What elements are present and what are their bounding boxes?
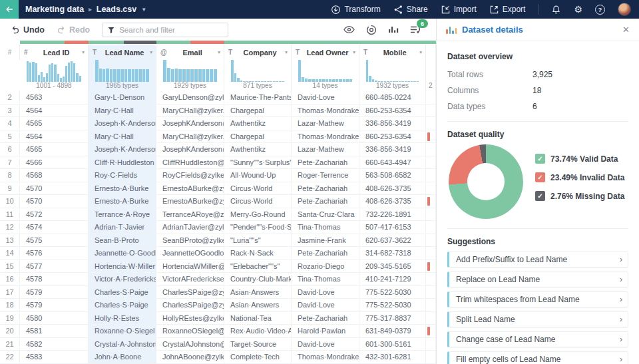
table-cell[interactable]: 775-522-5030 <box>359 286 426 299</box>
table-cell[interactable]: 4579 <box>20 286 89 299</box>
table-cell[interactable]: 4583 <box>20 351 89 363</box>
table-cell[interactable]: Rex·Audio·Video·Ap... <box>224 325 292 337</box>
table-cell[interactable]: Complete·Tech <box>224 351 292 363</box>
table-cell[interactable]: Country·Club·Marke... <box>224 273 292 285</box>
table-cell[interactable]: 4580 <box>20 312 89 325</box>
table-cell[interactable]: 4565 <box>20 143 89 156</box>
table-row[interactable]: 84568Roy·C·FieldsRoyCFields@zylker.c...A… <box>0 169 436 182</box>
table-cell[interactable]: 601-300-5161 <box>359 338 426 351</box>
table-cell[interactable]: Chargepal <box>224 130 292 143</box>
table-row[interactable]: 44565Joseph·K·AndersonJosephKAnderson@..… <box>0 117 436 130</box>
table-cell[interactable]: AdrianTJavier@zylke... <box>156 221 224 234</box>
table-cell[interactable]: Asian·Answers <box>224 286 292 299</box>
quality-legend-item[interactable]: ✓2.76% Missing Data <box>535 191 624 201</box>
column-menu-icon[interactable]: ▾ <box>419 49 422 55</box>
table-cell[interactable]: "Erlebacher""s" <box>224 260 292 273</box>
column-menu-icon[interactable]: ▾ <box>285 49 288 55</box>
table-cell[interactable]: 4570 <box>20 195 89 208</box>
table-cell[interactable]: Victor·A·Fredericksen <box>89 273 156 285</box>
help-button[interactable]: ? <box>595 5 605 15</box>
table-cell[interactable]: MaryCHall@zylker.c... <box>156 130 224 143</box>
table-cell[interactable]: Lazar·Mathew <box>292 143 359 156</box>
table-cell[interactable]: MaryCHall@zylker.c... <box>156 104 224 117</box>
table-cell[interactable]: John·A·Boone <box>89 351 156 363</box>
column-histogram[interactable]: 14 types <box>292 60 359 91</box>
table-cell[interactable]: Thomas·Mondrake <box>292 130 359 143</box>
table-cell[interactable]: "Pender""s·Food·St... <box>224 221 292 234</box>
table-cell[interactable]: Hortencia·W·Miller <box>89 260 156 273</box>
import-button[interactable]: Import <box>441 5 477 15</box>
table-row[interactable]: 124574Adrian·T·JavierAdrianTJavier@zylke… <box>0 221 436 234</box>
table-row[interactable]: 104570Ernesto·A·BurkeErnestoABurke@zyl..… <box>0 195 436 208</box>
suggestion-card[interactable]: Trim whitespaces from Lead Name› <box>447 291 628 307</box>
redo-button[interactable]: Redo <box>57 25 90 35</box>
table-row[interactable]: 224583John·A·BooneJohnABoone@zylker....C… <box>0 351 436 364</box>
column-histogram[interactable]: 1965 types <box>89 60 156 91</box>
checkbox-checked-icon[interactable]: ✓ <box>535 191 545 201</box>
table-cell[interactable]: Mary·C·Hall <box>89 104 156 117</box>
table-cell[interactable]: 4564 <box>20 104 89 117</box>
table-cell[interactable]: RoxanneOSiegel@zyl... <box>156 325 224 337</box>
table-cell[interactable]: David·Love <box>292 286 359 299</box>
table-cell[interactable]: Joseph·K·Anderson <box>89 143 156 156</box>
breadcrumb-file[interactable]: Leads.csv <box>97 5 136 14</box>
table-cell[interactable]: Harold·Pawlan <box>292 325 359 337</box>
table-cell[interactable]: Roger·Terrence <box>292 169 359 182</box>
table-cell[interactable]: 620-637-3622 <box>359 234 426 247</box>
table-cell[interactable]: Chargepal <box>224 104 292 117</box>
quality-legend-item[interactable]: ✓73.74% Valid Data <box>535 154 624 164</box>
column-header-lead-owner[interactable]: TLead Owner▾ <box>292 45 359 60</box>
table-cell[interactable]: 4570 <box>20 182 89 195</box>
table-cell[interactable]: VictorAFredericksen... <box>156 273 224 285</box>
table-cell[interactable]: Mary·C·Hall <box>89 130 156 143</box>
table-cell[interactable]: Pete·Zachariah <box>292 247 359 260</box>
column-header-email[interactable]: @Email▾ <box>156 45 224 60</box>
table-cell[interactable]: ErnestoABurke@zyl... <box>156 182 224 195</box>
table-cell[interactable]: 507-417-6153 <box>359 221 426 234</box>
table-cell[interactable]: Charles·S·Paige <box>89 299 156 311</box>
breadcrumb-project[interactable]: Marketing data <box>25 5 84 14</box>
table-cell[interactable]: 732-226-1891 <box>359 208 426 221</box>
column-header-lead-name[interactable]: TLead Name▾ <box>89 45 156 60</box>
table-cell[interactable]: CrystalAJohnston@z... <box>156 338 224 351</box>
table-cell[interactable]: 408-626-3735 <box>359 195 426 208</box>
table-cell[interactable]: Gary·L·Denson <box>89 91 156 104</box>
close-icon[interactable]: ✕ <box>622 25 630 35</box>
table-cell[interactable]: 4582 <box>20 338 89 351</box>
table-cell[interactable]: Asian·Answers <box>224 299 292 311</box>
table-cell[interactable]: Pete·Zachariah <box>292 156 359 169</box>
export-button[interactable]: Export <box>489 5 526 15</box>
table-cell[interactable]: "Sunny""s·Surplus" <box>224 156 292 169</box>
table-cell[interactable]: HollyREstes@zylker.... <box>156 312 224 325</box>
table-cell[interactable]: Target·Source <box>224 338 292 351</box>
transform-button[interactable]: Transform <box>331 5 380 15</box>
table-cell[interactable]: Thomas·Mondrake <box>292 351 359 363</box>
table-cell[interactable]: Jeannette·O·Goodloe <box>89 247 156 260</box>
table-row[interactable]: 74566Cliff·R·HuddlestonCliffRHuddleston@… <box>0 156 436 170</box>
table-cell[interactable]: 4579 <box>20 299 89 311</box>
table-cell[interactable]: JosephKAnderson@... <box>156 143 224 156</box>
table-cell[interactable]: Pete·Zachariah <box>292 195 359 208</box>
table-cell[interactable]: Maurice·The·Pants·... <box>224 91 292 104</box>
table-cell[interactable]: 631-849-0379 <box>359 325 426 337</box>
column-histogram[interactable]: 1932 types <box>359 60 426 91</box>
table-cell[interactable]: 4574 <box>20 221 89 234</box>
table-cell[interactable]: 410-241-7129 <box>359 273 426 285</box>
table-cell[interactable]: Crystal·A·Johnston <box>89 338 156 351</box>
undo-button[interactable]: Undo <box>11 25 45 35</box>
table-cell[interactable]: 660-643-4947 <box>359 156 426 169</box>
share-button[interactable]: Share <box>393 5 428 15</box>
table-cell[interactable]: Charles·S·Paige <box>89 286 156 299</box>
table-row[interactable]: 194580Holly·R·EstesHollyREstes@zylker...… <box>0 312 436 325</box>
table-cell[interactable]: Pete·Zachariah <box>292 182 359 195</box>
table-cell[interactable]: SeanBProto@zylker... <box>156 234 224 247</box>
table-cell[interactable]: Jasmine·Frank <box>292 234 359 247</box>
table-cell[interactable]: 209-345-5165 <box>359 260 426 273</box>
quality-target-button[interactable] <box>366 25 377 35</box>
table-row[interactable]: 144576Jeannette·O·GoodloeJeannetteOGoodl… <box>0 247 436 260</box>
table-cell[interactable]: 660-485-0224 <box>359 91 426 104</box>
table-cell[interactable]: 432-301-6281 <box>359 351 426 363</box>
table-cell[interactable]: Holly·R·Estes <box>89 312 156 325</box>
table-cell[interactable]: Roxanne·O·Siegel <box>89 325 156 337</box>
table-cell[interactable]: JosephKAnderson@... <box>156 117 224 130</box>
